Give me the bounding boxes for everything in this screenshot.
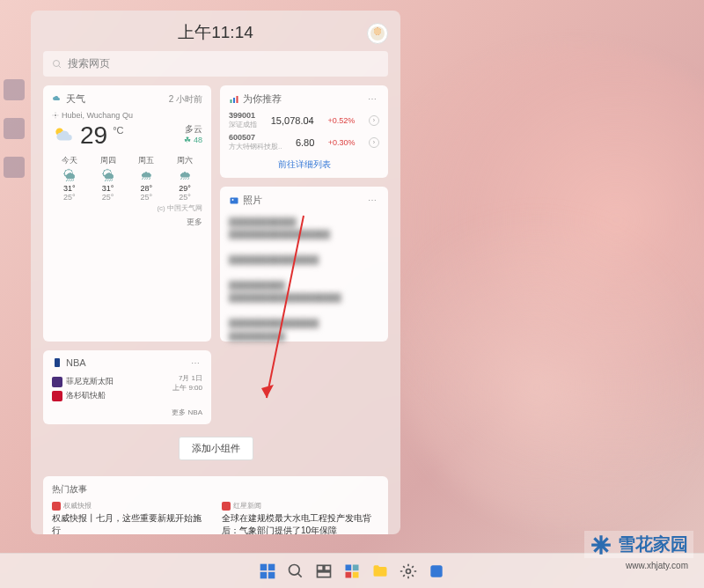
app-icon <box>428 562 445 580</box>
stocks-icon <box>229 94 239 105</box>
search-bar[interactable]: 搜索网页 <box>43 51 388 77</box>
svg-rect-18 <box>318 565 324 570</box>
svg-line-17 <box>298 573 302 577</box>
team-icon <box>52 377 62 387</box>
svg-rect-9 <box>55 358 60 367</box>
photos-icon <box>229 195 239 206</box>
weather-more-link[interactable]: 更多 <box>52 217 202 228</box>
news-header: 热门故事 <box>52 483 379 496</box>
desktop-icons <box>4 79 25 178</box>
news-src-icon <box>222 502 231 511</box>
stocks-widget[interactable]: 为你推荐 ⋯ 399001深证成指 15,078.04 +0.52% › 600… <box>220 85 388 178</box>
photos-more-icon[interactable]: ⋯ <box>365 195 379 206</box>
weather-condition: 多云 ☘ 48 <box>184 123 202 144</box>
weather-forecast: 今天🌦31°25° 周四🌦31°25° 周五🌧28°25° 周六🌧29°25° <box>52 153 202 203</box>
svg-rect-19 <box>325 565 331 570</box>
forecast-day: 周六🌧29°25° <box>167 153 202 203</box>
svg-line-1 <box>59 65 62 68</box>
news-item[interactable]: 红星新闻 全球在建规模最大水电工程投产发电背后：气象部门提供了10年保障 <box>222 501 379 534</box>
weather-timestamp: 2 小时前 <box>169 93 202 106</box>
chevron-icon[interactable]: › <box>369 115 379 126</box>
add-widget-row: 添加小组件 <box>43 433 388 467</box>
svg-rect-24 <box>353 571 359 577</box>
svg-rect-14 <box>260 571 268 578</box>
desktop-icon[interactable] <box>4 157 25 178</box>
watermark-url: www.xhjaty.com <box>626 561 688 570</box>
gear-icon <box>400 562 417 580</box>
svg-rect-21 <box>346 564 352 570</box>
svg-point-0 <box>54 60 60 66</box>
news-section: 热门故事 权威快报 权威快报丨七月，这些重要新规开始施行 红星新闻 全球在建规模… <box>43 476 388 534</box>
widgets-panel: 上午11:14 搜索网页 天气 2 小时前 Hubei, Wuchang Qu … <box>31 11 400 534</box>
svg-rect-23 <box>346 571 352 577</box>
add-widget-button[interactable]: 添加小组件 <box>179 437 253 460</box>
widgets-button[interactable] <box>340 559 364 584</box>
forecast-day: 周四🌦31°25° <box>91 153 126 203</box>
svg-rect-15 <box>268 571 275 578</box>
stock-row[interactable]: 600507方大特钢科技股.. 6.80 +0.30% › <box>229 133 379 151</box>
photos-title: 照片 <box>229 194 262 207</box>
svg-rect-5 <box>233 98 235 103</box>
svg-point-8 <box>232 199 234 201</box>
chevron-icon[interactable]: › <box>369 137 379 148</box>
desktop-icon[interactable] <box>4 118 25 139</box>
avatar[interactable] <box>367 23 388 44</box>
svg-point-16 <box>290 564 300 575</box>
weather-widget[interactable]: 天气 2 小时前 Hubei, Wuchang Qu 29 °C 多云 ☘ 48… <box>43 85 211 342</box>
start-button[interactable] <box>255 559 280 584</box>
stock-row[interactable]: 399001深证成指 15,078.04 +0.52% › <box>229 111 379 129</box>
news-item[interactable]: 权威快报 权威快报丨七月，这些重要新规开始施行 <box>52 501 209 534</box>
weather-current: 29 °C 多云 ☘ 48 <box>52 123 202 148</box>
nba-team-row: 洛杉矶快船 <box>52 390 114 401</box>
widgets-icon <box>343 562 361 580</box>
photos-widget[interactable]: 照片 ⋯ ███████████████████████████████████… <box>220 187 388 342</box>
search-placeholder: 搜索网页 <box>68 56 110 71</box>
photos-content-blurred: ████████████████████████████████████████… <box>229 212 379 346</box>
nba-widget[interactable]: NBA ⋯ 菲尼克斯太阳 洛杉矶快船 7月 1日 上午 9:00 更多 NBA <box>43 350 211 424</box>
svg-rect-13 <box>268 563 275 570</box>
svg-rect-4 <box>231 99 232 103</box>
weather-title: 天气 <box>52 92 85 106</box>
clock: 上午11:14 <box>178 21 253 44</box>
svg-rect-12 <box>260 563 268 570</box>
svg-point-2 <box>55 114 56 116</box>
taskbar <box>0 553 704 588</box>
weather-icon <box>52 94 62 105</box>
svg-rect-26 <box>430 565 442 577</box>
search-button[interactable] <box>283 559 308 584</box>
svg-rect-7 <box>231 197 238 203</box>
svg-rect-22 <box>353 564 359 570</box>
weather-temp: 29 <box>80 123 107 148</box>
forecast-day: 今天🌦31°25° <box>52 153 87 203</box>
folder-icon <box>371 562 389 580</box>
explorer-button[interactable] <box>368 559 392 584</box>
weather-location: Hubei, Wuchang Qu <box>52 111 202 120</box>
settings-button[interactable] <box>396 559 421 584</box>
search-icon <box>52 59 62 70</box>
search-icon <box>287 562 304 580</box>
stocks-more-icon[interactable]: ⋯ <box>365 94 379 105</box>
task-view-button[interactable] <box>312 559 336 584</box>
windows-icon <box>259 562 276 580</box>
svg-rect-20 <box>318 571 331 577</box>
nba-more-link[interactable]: 更多 NBA <box>52 408 202 417</box>
nba-game-time: 7月 1日 上午 9:00 <box>172 373 202 393</box>
forecast-day: 周五🌧28°25° <box>129 153 165 203</box>
nba-more-icon[interactable]: ⋯ <box>188 357 202 368</box>
nba-icon <box>52 357 62 368</box>
snowflake-icon <box>590 533 612 556</box>
app-button[interactable] <box>424 559 449 584</box>
nba-title: NBA <box>52 357 86 368</box>
panel-header: 上午11:14 <box>40 18 392 51</box>
task-view-icon <box>315 562 333 580</box>
news-src-icon <box>52 502 61 511</box>
svg-point-25 <box>407 569 411 573</box>
watermark: 雪花家园 <box>584 531 693 558</box>
stocks-title: 为你推荐 <box>229 92 282 106</box>
stocks-detail-link[interactable]: 前往详细列表 <box>229 158 379 171</box>
location-icon <box>52 112 59 119</box>
weather-unit: °C <box>113 125 123 136</box>
svg-rect-6 <box>237 96 238 103</box>
weather-source: (c) 中国天气网 <box>52 203 202 213</box>
desktop-icon[interactable] <box>4 79 25 100</box>
